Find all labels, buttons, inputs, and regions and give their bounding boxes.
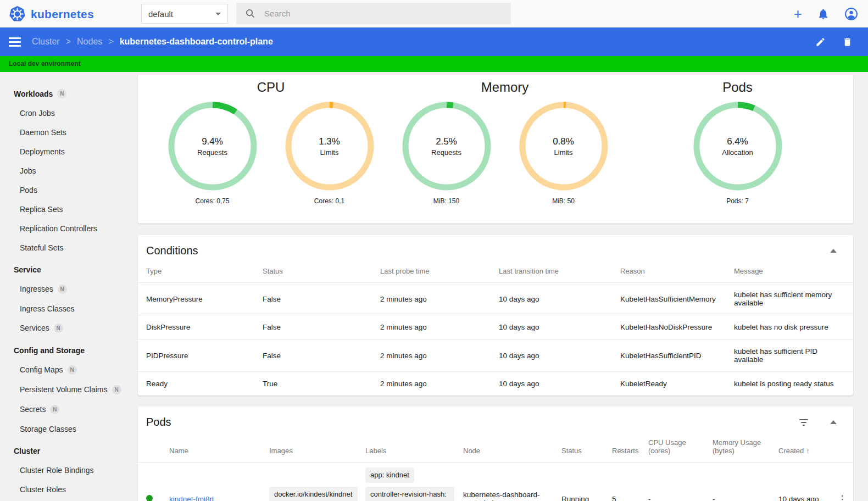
pod-memory-usage: - [713, 463, 778, 501]
pod-created: 10 days ago [778, 463, 837, 501]
condition-last-transition: 10 days ago [499, 315, 620, 339]
condition-row: MemoryPressure False 2 minutes ago 10 da… [138, 283, 853, 315]
condition-status: True [263, 372, 380, 396]
cpu-allocation-group: CPU 9.4% Requests [154, 75, 388, 224]
sidebar-item-pods[interactable]: Pods [0, 180, 136, 199]
pod-name-link[interactable]: kindnet-fmj8d [169, 495, 214, 501]
gauge-label: Limits [320, 148, 339, 157]
column-header-name: Name [169, 433, 269, 463]
column-header-created[interactable]: Created↑ [778, 433, 837, 463]
new-badge: N [54, 324, 63, 333]
filter-button[interactable] [799, 419, 808, 426]
sort-ascending-icon: ↑ [806, 447, 810, 455]
sidebar-section-cluster[interactable]: Cluster [0, 442, 136, 460]
column-header-images: Images [269, 433, 365, 463]
pods-allocation-gauge: 6.4% Allocation Pods: 7 [679, 101, 796, 205]
sidebar-item-label: Pods [20, 186, 37, 194]
condition-row: PIDPressure False 2 minutes ago 10 days … [138, 339, 853, 372]
collapse-button[interactable] [830, 249, 837, 253]
memory-group-title: Memory [388, 80, 622, 95]
kubernetes-logo[interactable]: kubernetes [9, 5, 94, 23]
sidebar-section-service[interactable]: Service [0, 260, 136, 279]
condition-type: Ready [138, 372, 263, 396]
search-icon [245, 8, 255, 19]
memory-limits-gauge: 0.8% Limits MiB: 50 [505, 101, 622, 205]
column-header-type: Type [138, 261, 263, 283]
breadcrumb-bar: Cluster > Nodes > kubernetes-dashboard-c… [0, 27, 868, 56]
new-badge: N [58, 285, 67, 294]
column-header-labels: Labels [365, 433, 463, 463]
sidebar-item-jobs[interactable]: Jobs [0, 161, 136, 180]
condition-message: kubelet has sufficient PID available [734, 339, 853, 372]
gauge-footer: Pods: 7 [726, 197, 749, 205]
sidebar-item-label: Cron Jobs [20, 109, 55, 118]
gauge-label: Limits [554, 148, 573, 157]
sidebar-item-cluster-roles[interactable]: Cluster Roles [0, 480, 136, 499]
sidebar-section-label: Config and Storage [14, 346, 85, 355]
sidebar-section-config-and-storage[interactable]: Config and Storage [0, 341, 136, 360]
new-badge: N [112, 385, 121, 394]
gauge-footer: MiB: 50 [552, 197, 575, 205]
condition-last-probe: 2 minutes ago [380, 315, 499, 339]
gauge-footer: Cores: 0,1 [314, 197, 344, 205]
edit-pencil-button[interactable] [815, 37, 826, 47]
sidebar-item-label: Jobs [20, 166, 36, 175]
sidebar-item-config-maps[interactable]: Config Maps N [0, 360, 136, 380]
condition-reason: KubeletReady [620, 372, 734, 396]
namespace-select[interactable]: default [141, 4, 228, 24]
sidebar-item-label: Cluster Roles [20, 485, 66, 494]
condition-status: False [263, 283, 380, 315]
condition-type: DiskPressure [138, 315, 263, 339]
sidebar-item-label: Deployments [20, 147, 65, 156]
sidebar-item-storage-classes[interactable]: Storage Classes [0, 419, 136, 438]
column-header-reason: Reason [620, 261, 734, 283]
sidebar-item-ingresses[interactable]: Ingresses N [0, 279, 136, 299]
sidebar-item-label: Stateful Sets [20, 243, 63, 252]
sidebar-item-label: Daemon Sets [20, 128, 66, 137]
condition-status: False [263, 339, 380, 372]
gauge-percent: 9.4% [202, 136, 223, 147]
sidebar-item-daemon-sets[interactable]: Daemon Sets [0, 123, 136, 142]
condition-row: Ready True 2 minutes ago 10 days ago Kub… [138, 372, 853, 396]
condition-last-transition: 10 days ago [499, 372, 620, 396]
topbar-actions: + [794, 0, 858, 27]
sidebar-item-deployments[interactable]: Deployments [0, 142, 136, 161]
condition-row: DiskPressure False 2 minutes ago 10 days… [138, 315, 853, 339]
collapse-button[interactable] [830, 420, 837, 424]
sidebar-item-replication-controllers[interactable]: Replication Controllers [0, 219, 136, 238]
conditions-table: Type Status Last probe time Last transit… [138, 261, 853, 396]
sidebar-item-label: Replication Controllers [20, 224, 97, 233]
chevron-down-icon [215, 13, 221, 15]
sidebar-section-label: Workloads [14, 90, 53, 98]
sidebar-item-persistent-volume-claims[interactable]: Persistent Volume Claims N [0, 380, 136, 399]
sidebar-item-label: Config Maps [20, 365, 63, 374]
environment-banner: Local dev environment [0, 56, 868, 72]
condition-type: MemoryPressure [138, 283, 263, 315]
conditions-title: Conditions [146, 244, 198, 257]
pods-title: Pods [146, 416, 171, 428]
create-resource-button[interactable]: + [794, 7, 802, 21]
sidebar-section-workloads[interactable]: Workloads N [0, 84, 136, 103]
sidebar-item-label: Ingresses [20, 285, 53, 293]
notifications-bell-icon[interactable] [817, 8, 830, 20]
column-header-node: Node [463, 433, 561, 463]
pods-group-title: Pods [622, 80, 853, 95]
breadcrumb-nodes[interactable]: Nodes [77, 37, 102, 47]
sidebar-item-cluster-role-bindings[interactable]: Cluster Role Bindings [0, 460, 136, 480]
column-header-restarts: Restarts [612, 433, 648, 463]
sidebar-item-replica-sets[interactable]: Replica Sets [0, 199, 136, 219]
sidebar-item-ingress-classes[interactable]: Ingress Classes [0, 299, 136, 318]
row-menu-button[interactable]: ⋮ [837, 493, 848, 501]
sidebar-item-services[interactable]: Services N [0, 318, 136, 338]
breadcrumb-cluster[interactable]: Cluster [32, 37, 60, 47]
sidebar-item-secrets[interactable]: Secrets N [0, 399, 136, 419]
menu-button[interactable] [9, 37, 21, 47]
delete-trash-button[interactable] [842, 37, 853, 47]
user-account-icon[interactable] [844, 7, 858, 21]
condition-reason: KubeletHasNoDiskPressure [620, 315, 734, 339]
search-input[interactable] [264, 9, 502, 18]
gauge-label: Requests [431, 148, 461, 157]
sidebar-item-cron-jobs[interactable]: Cron Jobs [0, 103, 136, 123]
sidebar-item-stateful-sets[interactable]: Stateful Sets [0, 238, 136, 257]
new-badge: N [57, 89, 66, 98]
